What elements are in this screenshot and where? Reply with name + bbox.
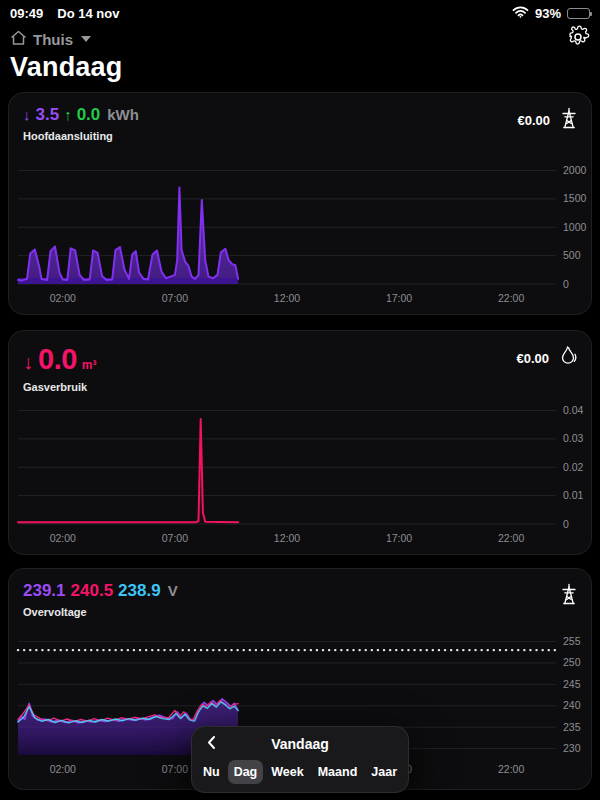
power-cost: €0.00: [517, 113, 550, 128]
status-time: 09:49: [10, 6, 43, 21]
gas-arrow-icon: ↓: [23, 351, 33, 374]
popup-tab-dag[interactable]: Dag: [228, 760, 264, 784]
wifi-icon: [512, 6, 529, 21]
voltage-l2-value: 240.5: [71, 581, 114, 601]
svg-text:0: 0: [563, 278, 569, 290]
gas-card-title: Gasverbruik: [23, 381, 97, 393]
gas-flame-icon: [558, 345, 579, 371]
voltage-metrics: 239.1 240.5 238.9 V: [23, 581, 178, 601]
svg-text:07:00: 07:00: [162, 532, 188, 544]
gas-value: 0.0: [38, 343, 77, 376]
svg-text:22:00: 22:00: [498, 763, 524, 775]
svg-text:255: 255: [563, 635, 581, 647]
svg-text:02:00: 02:00: [50, 292, 76, 304]
location-label: Thuis: [33, 31, 73, 48]
time-range-popup: Vandaag NuDagWeekMaandJaar: [191, 726, 409, 793]
gas-unit: m³: [82, 358, 97, 372]
home-icon: [10, 30, 27, 49]
popup-tab-nu[interactable]: Nu: [197, 760, 226, 784]
svg-text:235: 235: [563, 721, 581, 733]
settings-button[interactable]: [564, 25, 592, 53]
svg-text:0.02: 0.02: [563, 461, 584, 473]
svg-text:1500: 1500: [563, 192, 587, 204]
location-selector[interactable]: Thuis: [10, 30, 91, 49]
power-pylon-icon: [559, 107, 579, 133]
svg-text:17:00: 17:00: [386, 292, 412, 304]
export-arrow-icon: ↑: [64, 106, 72, 123]
voltage-unit: V: [168, 582, 178, 599]
voltage-l3-value: 238.9: [118, 581, 161, 601]
svg-text:02:00: 02:00: [50, 532, 76, 544]
page-title: Vandaag: [10, 52, 122, 83]
status-bar: 09:49 Do 14 nov 93%: [0, 0, 600, 22]
svg-text:17:00: 17:00: [386, 532, 412, 544]
power-chart[interactable]: 050010001500200002:0007:0012:0017:0022:0…: [10, 156, 590, 308]
import-arrow-icon: ↓: [23, 106, 31, 123]
gas-chart[interactable]: 00.010.020.030.0402:0007:0012:0017:0022:…: [10, 396, 590, 548]
popup-title: Vandaag: [271, 736, 329, 752]
power-metrics: ↓ 3.5 ↑ 0.0 kWh: [23, 105, 139, 125]
chevron-down-icon: [81, 36, 91, 42]
svg-text:07:00: 07:00: [162, 292, 188, 304]
voltage-card-title: Overvoltage: [23, 606, 178, 618]
back-button[interactable]: [202, 735, 220, 753]
svg-text:0.03: 0.03: [563, 432, 584, 444]
svg-text:0.01: 0.01: [563, 489, 584, 501]
svg-text:500: 500: [563, 249, 581, 261]
svg-text:240: 240: [563, 699, 581, 711]
svg-text:1000: 1000: [563, 221, 587, 233]
chevron-left-icon: [206, 735, 217, 754]
svg-text:0.04: 0.04: [563, 404, 584, 416]
app-header: Thuis: [10, 25, 592, 53]
svg-text:2000: 2000: [563, 164, 587, 176]
svg-text:0: 0: [563, 518, 569, 530]
gas-cost: €0.00: [516, 351, 549, 366]
status-date: Do 14 nov: [57, 6, 119, 21]
power-unit: kWh: [107, 106, 139, 123]
gas-card[interactable]: ↓ 0.0 m³ Gasverbruik €0.00 00.010.020.03…: [8, 330, 592, 555]
svg-text:12:00: 12:00: [274, 292, 300, 304]
svg-text:12:00: 12:00: [274, 532, 300, 544]
popup-tab-jaar[interactable]: Jaar: [365, 760, 403, 784]
power-card[interactable]: ↓ 3.5 ↑ 0.0 kWh Hoofdaansluiting €0.00: [8, 92, 592, 315]
gas-metrics: ↓ 0.0 m³: [23, 343, 97, 376]
svg-text:22:00: 22:00: [498, 292, 524, 304]
svg-text:245: 245: [563, 678, 581, 690]
power-pylon-icon: [559, 583, 579, 609]
voltage-l1-value: 239.1: [23, 581, 66, 601]
import-value: 3.5: [36, 105, 60, 125]
power-card-title: Hoofdaansluiting: [23, 130, 139, 142]
svg-text:250: 250: [563, 656, 581, 668]
svg-text:22:00: 22:00: [498, 532, 524, 544]
export-value: 0.0: [77, 105, 101, 125]
svg-text:07:00: 07:00: [162, 763, 188, 775]
popup-tab-week[interactable]: Week: [265, 760, 309, 784]
gear-icon: [566, 25, 590, 53]
popup-tab-maand[interactable]: Maand: [312, 760, 364, 784]
battery-icon: [567, 8, 590, 19]
svg-text:230: 230: [563, 742, 581, 754]
time-range-tabs: NuDagWeekMaandJaar: [192, 760, 408, 792]
battery-percent: 93%: [535, 6, 561, 21]
svg-text:02:00: 02:00: [50, 763, 76, 775]
